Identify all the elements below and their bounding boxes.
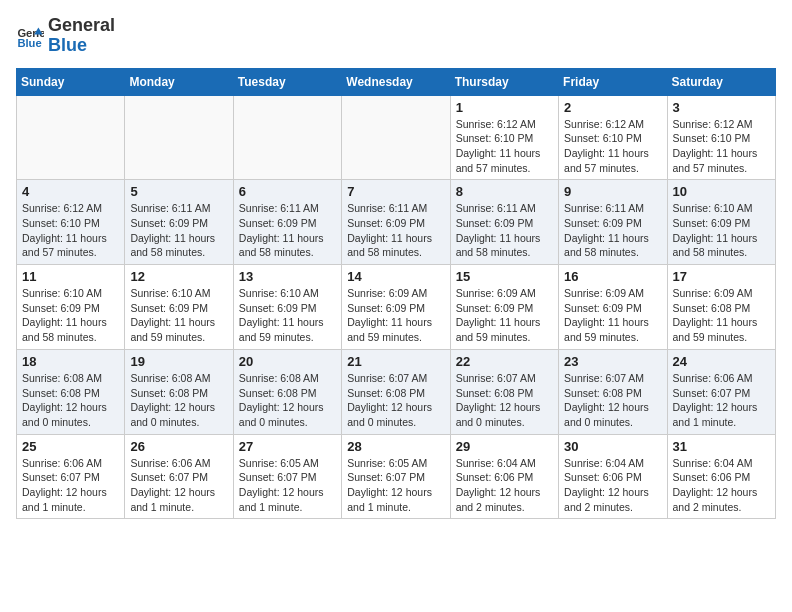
- day-header-monday: Monday: [125, 68, 233, 95]
- day-info: Sunrise: 6:10 AM Sunset: 6:09 PM Dayligh…: [22, 286, 119, 345]
- day-header-thursday: Thursday: [450, 68, 558, 95]
- calendar-cell: 12 Sunrise: 6:10 AM Sunset: 6:09 PM Dayl…: [125, 265, 233, 350]
- day-header-tuesday: Tuesday: [233, 68, 341, 95]
- calendar-cell: 21 Sunrise: 6:07 AM Sunset: 6:08 PM Dayl…: [342, 349, 450, 434]
- calendar-cell: 18 Sunrise: 6:08 AM Sunset: 6:08 PM Dayl…: [17, 349, 125, 434]
- day-number: 25: [22, 439, 119, 454]
- day-number: 4: [22, 184, 119, 199]
- calendar-cell: [342, 95, 450, 180]
- day-number: 7: [347, 184, 444, 199]
- day-info: Sunrise: 6:10 AM Sunset: 6:09 PM Dayligh…: [239, 286, 336, 345]
- day-info: Sunrise: 6:11 AM Sunset: 6:09 PM Dayligh…: [239, 201, 336, 260]
- day-number: 13: [239, 269, 336, 284]
- page-header: General Blue General Blue: [16, 16, 776, 56]
- day-info: Sunrise: 6:05 AM Sunset: 6:07 PM Dayligh…: [347, 456, 444, 515]
- day-number: 19: [130, 354, 227, 369]
- calendar-cell: 9 Sunrise: 6:11 AM Sunset: 6:09 PM Dayli…: [559, 180, 667, 265]
- calendar-week-row: 18 Sunrise: 6:08 AM Sunset: 6:08 PM Dayl…: [17, 349, 776, 434]
- day-info: Sunrise: 6:06 AM Sunset: 6:07 PM Dayligh…: [22, 456, 119, 515]
- day-info: Sunrise: 6:10 AM Sunset: 6:09 PM Dayligh…: [673, 201, 770, 260]
- day-number: 28: [347, 439, 444, 454]
- calendar-cell: 28 Sunrise: 6:05 AM Sunset: 6:07 PM Dayl…: [342, 434, 450, 519]
- day-number: 21: [347, 354, 444, 369]
- day-header-wednesday: Wednesday: [342, 68, 450, 95]
- calendar-cell: 22 Sunrise: 6:07 AM Sunset: 6:08 PM Dayl…: [450, 349, 558, 434]
- calendar-week-row: 11 Sunrise: 6:10 AM Sunset: 6:09 PM Dayl…: [17, 265, 776, 350]
- day-number: 6: [239, 184, 336, 199]
- day-number: 18: [22, 354, 119, 369]
- day-info: Sunrise: 6:11 AM Sunset: 6:09 PM Dayligh…: [130, 201, 227, 260]
- day-info: Sunrise: 6:05 AM Sunset: 6:07 PM Dayligh…: [239, 456, 336, 515]
- day-info: Sunrise: 6:09 AM Sunset: 6:09 PM Dayligh…: [347, 286, 444, 345]
- calendar-cell: 1 Sunrise: 6:12 AM Sunset: 6:10 PM Dayli…: [450, 95, 558, 180]
- day-number: 3: [673, 100, 770, 115]
- day-number: 17: [673, 269, 770, 284]
- day-info: Sunrise: 6:09 AM Sunset: 6:09 PM Dayligh…: [564, 286, 661, 345]
- calendar-cell: 10 Sunrise: 6:10 AM Sunset: 6:09 PM Dayl…: [667, 180, 775, 265]
- calendar-cell: 15 Sunrise: 6:09 AM Sunset: 6:09 PM Dayl…: [450, 265, 558, 350]
- calendar-cell: 31 Sunrise: 6:04 AM Sunset: 6:06 PM Dayl…: [667, 434, 775, 519]
- day-number: 10: [673, 184, 770, 199]
- calendar-cell: 20 Sunrise: 6:08 AM Sunset: 6:08 PM Dayl…: [233, 349, 341, 434]
- calendar-cell: [125, 95, 233, 180]
- day-number: 14: [347, 269, 444, 284]
- day-info: Sunrise: 6:12 AM Sunset: 6:10 PM Dayligh…: [456, 117, 553, 176]
- calendar-cell: 26 Sunrise: 6:06 AM Sunset: 6:07 PM Dayl…: [125, 434, 233, 519]
- day-number: 1: [456, 100, 553, 115]
- calendar-cell: 24 Sunrise: 6:06 AM Sunset: 6:07 PM Dayl…: [667, 349, 775, 434]
- calendar-cell: 3 Sunrise: 6:12 AM Sunset: 6:10 PM Dayli…: [667, 95, 775, 180]
- calendar-cell: 27 Sunrise: 6:05 AM Sunset: 6:07 PM Dayl…: [233, 434, 341, 519]
- day-number: 16: [564, 269, 661, 284]
- calendar-cell: 23 Sunrise: 6:07 AM Sunset: 6:08 PM Dayl…: [559, 349, 667, 434]
- day-number: 29: [456, 439, 553, 454]
- svg-text:Blue: Blue: [17, 37, 41, 49]
- day-info: Sunrise: 6:04 AM Sunset: 6:06 PM Dayligh…: [673, 456, 770, 515]
- day-number: 22: [456, 354, 553, 369]
- calendar-week-row: 1 Sunrise: 6:12 AM Sunset: 6:10 PM Dayli…: [17, 95, 776, 180]
- day-info: Sunrise: 6:08 AM Sunset: 6:08 PM Dayligh…: [130, 371, 227, 430]
- calendar-cell: 7 Sunrise: 6:11 AM Sunset: 6:09 PM Dayli…: [342, 180, 450, 265]
- calendar-week-row: 4 Sunrise: 6:12 AM Sunset: 6:10 PM Dayli…: [17, 180, 776, 265]
- calendar-cell: [17, 95, 125, 180]
- calendar-header-row: SundayMondayTuesdayWednesdayThursdayFrid…: [17, 68, 776, 95]
- calendar-cell: 30 Sunrise: 6:04 AM Sunset: 6:06 PM Dayl…: [559, 434, 667, 519]
- day-number: 27: [239, 439, 336, 454]
- day-info: Sunrise: 6:12 AM Sunset: 6:10 PM Dayligh…: [22, 201, 119, 260]
- calendar-week-row: 25 Sunrise: 6:06 AM Sunset: 6:07 PM Dayl…: [17, 434, 776, 519]
- calendar-cell: 6 Sunrise: 6:11 AM Sunset: 6:09 PM Dayli…: [233, 180, 341, 265]
- calendar-cell: 29 Sunrise: 6:04 AM Sunset: 6:06 PM Dayl…: [450, 434, 558, 519]
- day-number: 30: [564, 439, 661, 454]
- day-number: 9: [564, 184, 661, 199]
- day-info: Sunrise: 6:07 AM Sunset: 6:08 PM Dayligh…: [564, 371, 661, 430]
- calendar-cell: [233, 95, 341, 180]
- day-info: Sunrise: 6:06 AM Sunset: 6:07 PM Dayligh…: [673, 371, 770, 430]
- day-header-friday: Friday: [559, 68, 667, 95]
- day-number: 23: [564, 354, 661, 369]
- day-number: 8: [456, 184, 553, 199]
- logo-icon: General Blue: [16, 22, 44, 50]
- day-info: Sunrise: 6:11 AM Sunset: 6:09 PM Dayligh…: [456, 201, 553, 260]
- day-info: Sunrise: 6:09 AM Sunset: 6:08 PM Dayligh…: [673, 286, 770, 345]
- calendar-cell: 17 Sunrise: 6:09 AM Sunset: 6:08 PM Dayl…: [667, 265, 775, 350]
- day-number: 12: [130, 269, 227, 284]
- day-header-sunday: Sunday: [17, 68, 125, 95]
- day-info: Sunrise: 6:04 AM Sunset: 6:06 PM Dayligh…: [456, 456, 553, 515]
- calendar-cell: 4 Sunrise: 6:12 AM Sunset: 6:10 PM Dayli…: [17, 180, 125, 265]
- day-info: Sunrise: 6:12 AM Sunset: 6:10 PM Dayligh…: [564, 117, 661, 176]
- calendar-cell: 8 Sunrise: 6:11 AM Sunset: 6:09 PM Dayli…: [450, 180, 558, 265]
- day-number: 2: [564, 100, 661, 115]
- day-info: Sunrise: 6:07 AM Sunset: 6:08 PM Dayligh…: [456, 371, 553, 430]
- day-number: 5: [130, 184, 227, 199]
- day-info: Sunrise: 6:06 AM Sunset: 6:07 PM Dayligh…: [130, 456, 227, 515]
- day-info: Sunrise: 6:09 AM Sunset: 6:09 PM Dayligh…: [456, 286, 553, 345]
- day-header-saturday: Saturday: [667, 68, 775, 95]
- day-info: Sunrise: 6:08 AM Sunset: 6:08 PM Dayligh…: [239, 371, 336, 430]
- day-number: 26: [130, 439, 227, 454]
- logo: General Blue General Blue: [16, 16, 115, 56]
- day-number: 31: [673, 439, 770, 454]
- day-info: Sunrise: 6:11 AM Sunset: 6:09 PM Dayligh…: [347, 201, 444, 260]
- day-number: 11: [22, 269, 119, 284]
- calendar-cell: 13 Sunrise: 6:10 AM Sunset: 6:09 PM Dayl…: [233, 265, 341, 350]
- day-info: Sunrise: 6:07 AM Sunset: 6:08 PM Dayligh…: [347, 371, 444, 430]
- logo-text: General Blue: [48, 16, 115, 56]
